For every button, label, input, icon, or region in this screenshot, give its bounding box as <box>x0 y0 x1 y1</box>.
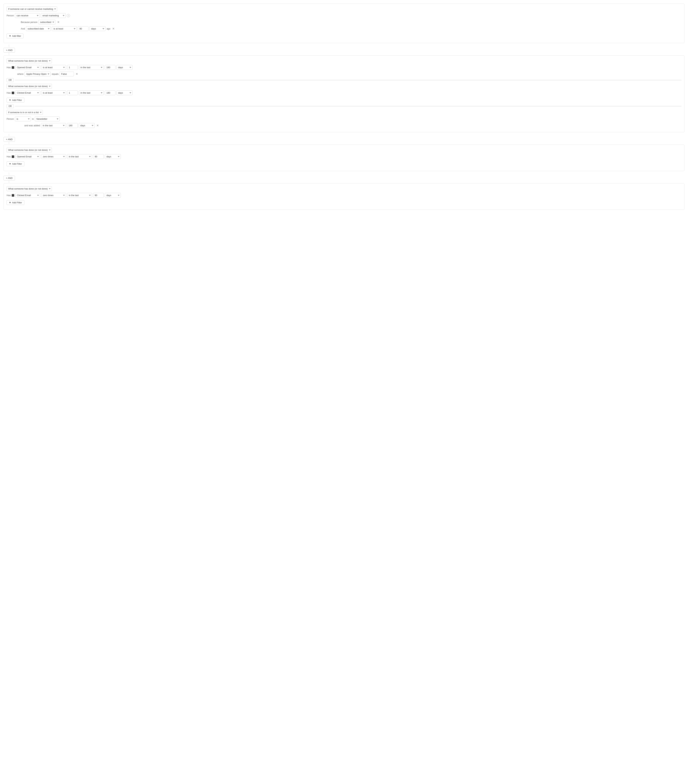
and-connector-2: + AND <box>3 134 685 144</box>
add-filter-btn-sub2[interactable]: ▼ Add Filter <box>7 98 24 102</box>
opened-time-value-input[interactable] <box>105 65 115 70</box>
marketing-condition-select[interactable]: If someone can or cannot receive marketi… <box>7 7 57 12</box>
or-divider-2: OR <box>7 104 681 108</box>
filter-icon-4: ▼ <box>9 201 11 204</box>
block4-time-value-input[interactable] <box>93 193 104 198</box>
opened-value-input[interactable] <box>67 65 78 70</box>
can-receive-select[interactable]: can receive <box>15 13 40 18</box>
channel-select[interactable]: email marketing <box>41 13 66 18</box>
equals-label: equals <box>52 72 58 75</box>
vline-3 <box>9 134 9 136</box>
date-value-input[interactable] <box>78 26 89 31</box>
clicked-value-input-1[interactable] <box>67 91 78 95</box>
and-btn-2[interactable]: + AND <box>3 137 15 142</box>
vline-2 <box>9 53 9 55</box>
was-added-label: and was added <box>24 124 40 127</box>
where-value-input[interactable] <box>60 72 74 76</box>
and-btn-3[interactable]: + AND <box>3 176 15 180</box>
block4-event-condition-select[interactable]: zero times <box>41 193 66 198</box>
date-period-select[interactable]: days <box>89 26 105 31</box>
info-icon[interactable]: i <box>67 14 70 17</box>
and-label: And <box>21 27 25 30</box>
was-added-condition-select[interactable]: in the last <box>41 123 66 128</box>
ago-label: ago <box>107 27 110 30</box>
block3-time-value-input[interactable] <box>93 154 104 159</box>
vline-4 <box>9 142 9 144</box>
was-added-value-input[interactable] <box>67 123 77 128</box>
add-filter-btn-3[interactable]: ▼ Add Filter <box>7 161 24 166</box>
vline-5 <box>9 173 9 175</box>
block-clicked-zero: What someone has done (or not done) Has … <box>3 183 685 210</box>
opened-email-icon <box>12 66 14 69</box>
filter-icon: ▼ <box>9 35 11 37</box>
add-filter-label: Add filter <box>12 35 21 37</box>
because-value-select[interactable]: subscribed <box>38 20 55 25</box>
clicked-email-select-1[interactable]: Clicked Email <box>15 91 40 95</box>
clicked-time-select-1[interactable]: in the last <box>79 91 104 95</box>
opened-condition-select[interactable]: is at least <box>41 65 66 70</box>
or-btn-label-2: OR <box>8 105 12 107</box>
block4-event-select[interactable]: Clicked Email <box>15 193 40 198</box>
block-activity-group: What someone has done (or not done) Has … <box>3 55 685 132</box>
block3-event-select[interactable]: Opened Email <box>15 154 40 159</box>
or-divider-1: OR <box>7 78 681 82</box>
because-label: Because person <box>21 21 38 23</box>
block3-condition-select[interactable]: What someone has done (or not done) <box>7 148 52 152</box>
or-btn-2[interactable]: OR <box>7 104 14 108</box>
and-btn-1[interactable]: + AND <box>3 48 15 53</box>
was-added-unit-select[interactable]: days <box>79 123 95 128</box>
add-filter-btn-4[interactable]: ▼ Add Filter <box>7 200 24 205</box>
clicked-email-icon-4 <box>12 194 14 197</box>
or-btn-label: OR <box>8 79 12 81</box>
person-label: Person <box>7 14 14 17</box>
and-connector-1: + AND <box>3 44 685 55</box>
where-label: where <box>17 72 23 75</box>
sub2-condition-select[interactable]: What someone has done (or not done) <box>7 84 52 89</box>
list-select[interactable]: Newsletter <box>35 117 60 121</box>
was-added-close-btn[interactable]: ✕ <box>96 124 99 127</box>
opened-email-icon-3 <box>12 155 14 158</box>
block4-time-select[interactable]: in the last <box>67 193 92 198</box>
because-close-btn[interactable]: ✕ <box>56 20 60 24</box>
filter-icon-2: ▼ <box>9 99 11 101</box>
and-connector-3: + AND <box>3 173 685 183</box>
where-field-select[interactable]: Apple Privacy Open <box>25 72 51 76</box>
and-btn-label-2: + AND <box>6 138 13 141</box>
block3-event-condition-select[interactable]: zero times <box>41 154 66 159</box>
clicked-time-value-input-1[interactable] <box>105 91 115 95</box>
opened-email-select[interactable]: Opened Email <box>15 65 40 70</box>
sub-block-list: If someone is in or not in a list Person… <box>7 110 681 128</box>
block-opened-zero: What someone has done (or not done) Has … <box>3 145 685 171</box>
or-btn-1[interactable]: OR <box>7 78 14 82</box>
block3-time-select[interactable]: in the last <box>67 154 92 159</box>
add-filter-label-2: Add Filter <box>12 99 22 101</box>
opened-time-select[interactable]: in the last <box>79 65 104 70</box>
vline-1 <box>9 44 9 47</box>
clicked-unit-select-1[interactable]: days <box>117 91 132 95</box>
date-condition-select[interactable]: is at least <box>52 26 77 31</box>
has-label-3: Has <box>7 155 11 158</box>
date-close-btn[interactable]: ✕ <box>112 27 115 31</box>
has-label-1: Has <box>7 66 11 69</box>
where-close-btn[interactable]: ✕ <box>75 72 79 76</box>
was-added-row: and was added in the last days ✕ <box>24 123 681 128</box>
block4-condition-select[interactable]: What someone has done (or not done) <box>7 186 52 191</box>
in-label: in <box>32 118 34 120</box>
sub3-condition-select[interactable]: If someone is in or not in a list <box>7 110 43 115</box>
block3-unit-select[interactable]: days <box>105 154 121 159</box>
date-field-select[interactable]: subscribed date <box>26 26 51 31</box>
person-is-select[interactable]: is <box>15 117 31 121</box>
sub1-condition-select[interactable]: What someone has done (or not done) <box>7 58 52 63</box>
filter-icon-3: ▼ <box>9 163 11 165</box>
block4-unit-select[interactable]: days <box>105 193 121 198</box>
opened-unit-select[interactable]: days <box>117 65 132 70</box>
block-marketing: If someone can or cannot receive marketi… <box>3 3 685 43</box>
and-btn-label: + AND <box>6 49 13 51</box>
clicked-email-icon-1 <box>12 92 14 94</box>
has-label-2: Has <box>7 91 11 94</box>
sub-block-opened-email: What someone has done (or not done) Has … <box>7 58 681 76</box>
add-filter-btn-1[interactable]: ▼ Add filter <box>7 34 23 38</box>
person-label-3: Person <box>7 118 14 120</box>
has-label-4: Has <box>7 194 11 197</box>
clicked-condition-select-1[interactable]: is at least <box>41 91 66 95</box>
